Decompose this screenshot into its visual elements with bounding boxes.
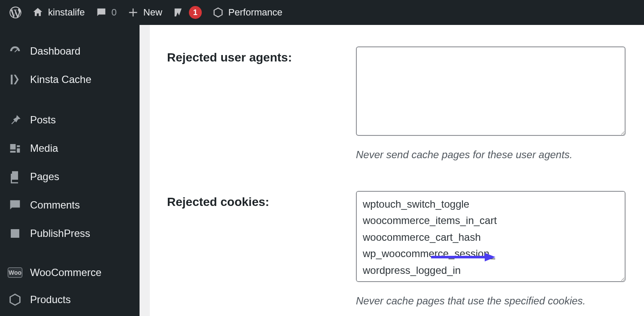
sidebar-item-posts[interactable]: Posts: [0, 106, 140, 134]
annotation-arrow-icon: [431, 253, 495, 261]
sidebar-item-products[interactable]: Products: [0, 285, 140, 314]
rejected-user-agents-label: Rejected user agents:: [167, 46, 356, 64]
yoast-badge: 1: [189, 6, 202, 19]
new-content-link[interactable]: New: [122, 0, 167, 25]
sidebar-item-label: Pages: [30, 171, 59, 183]
admin-bar: kinstalife 0 New 1 Performance: [0, 0, 644, 25]
performance-link[interactable]: Performance: [207, 0, 288, 25]
sidebar-item-label: Products: [30, 294, 71, 306]
sidebar-item-media[interactable]: Media: [0, 134, 140, 163]
rejected-cookies-textarea[interactable]: [356, 191, 626, 282]
sidebar-item-label: Comments: [30, 199, 80, 211]
wordpress-icon: [9, 6, 21, 18]
rejected-cookies-row: Rejected cookies: Never cache pages that…: [167, 191, 627, 307]
woo-icon: Woo: [8, 267, 22, 278]
svg-marker-1: [485, 253, 495, 261]
sidebar-item-label: WooCommerce: [30, 267, 101, 279]
sidebar-item-kinsta-cache[interactable]: Kinsta Cache: [0, 65, 140, 94]
admin-sidebar: Dashboard Kinsta Cache Posts Media Pages…: [0, 25, 140, 316]
comments-link[interactable]: 0: [90, 0, 122, 25]
calendar-icon: [8, 226, 22, 241]
pages-icon: [8, 169, 22, 184]
performance-label: Performance: [228, 7, 283, 18]
sidebar-item-label: Posts: [30, 114, 56, 126]
wp-logo[interactable]: [4, 0, 27, 25]
sidebar-item-woocommerce[interactable]: Woo WooCommerce: [0, 260, 140, 285]
sidebar-item-pages[interactable]: Pages: [0, 163, 140, 191]
main-content: Rejected user agents: Never send cache p…: [140, 25, 644, 316]
sidebar-item-label: Media: [30, 142, 58, 154]
comment-icon: [95, 6, 107, 18]
rejected-user-agents-row: Rejected user agents: Never send cache p…: [167, 46, 627, 161]
comments-count: 0: [112, 7, 117, 18]
sidebar-item-comments[interactable]: Comments: [0, 191, 140, 219]
box-icon: [212, 6, 224, 18]
site-name-label: kinstalife: [48, 7, 85, 18]
rejected-user-agents-textarea[interactable]: [356, 46, 626, 136]
rejected-cookies-label: Rejected cookies:: [167, 191, 356, 209]
sidebar-item-dashboard[interactable]: Dashboard: [0, 37, 140, 65]
products-icon: [8, 292, 22, 307]
site-name-link[interactable]: kinstalife: [27, 0, 90, 25]
comment-icon: [8, 198, 22, 212]
yoast-link[interactable]: 1: [167, 0, 207, 25]
yoast-icon: [173, 6, 185, 18]
rejected-cookies-help: Never cache pages that use the specified…: [356, 295, 626, 307]
sidebar-item-publishpress[interactable]: PublishPress: [0, 219, 140, 248]
sidebar-item-label: Kinsta Cache: [30, 74, 91, 86]
sidebar-item-label: Dashboard: [30, 45, 80, 57]
new-content-label: New: [143, 7, 162, 18]
media-icon: [8, 141, 22, 156]
pin-icon: [8, 113, 22, 127]
plus-icon: [127, 6, 139, 18]
rejected-user-agents-help: Never send cache pages for these user ag…: [356, 149, 626, 161]
sidebar-item-label: PublishPress: [30, 227, 90, 239]
dashboard-icon: [8, 44, 22, 58]
kinsta-icon: [8, 72, 22, 87]
home-icon: [32, 6, 44, 18]
